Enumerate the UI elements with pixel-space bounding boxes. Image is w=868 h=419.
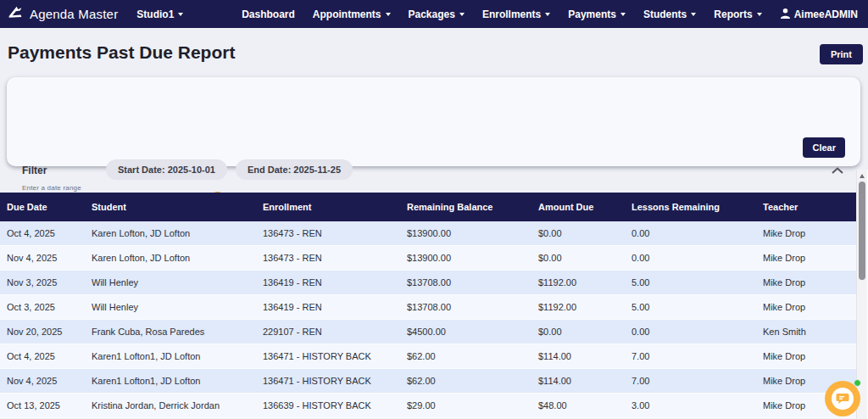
table-row: Oct 4, 2025 Karen1 Lofton1, JD Lofton 13…	[0, 344, 856, 369]
chevron-down-icon	[545, 13, 550, 16]
cell-amount-due: $114.00	[538, 376, 632, 386]
cell-lessons-remaining: 0.00	[632, 228, 763, 238]
nav-item-students[interactable]: Students	[643, 8, 696, 20]
studio-selector[interactable]: Studio1	[136, 8, 183, 20]
cell-enrollment: 136639 - HISTORY BACK	[263, 400, 407, 411]
cell-teacher: Mike Drop	[763, 228, 856, 238]
cell-amount-due: $114.00	[538, 351, 632, 361]
col-due-date: Due Date	[7, 202, 92, 212]
cell-enrollment: 229107 - REN	[263, 327, 407, 337]
cell-enrollment: 136473 - REN	[263, 228, 407, 238]
cell-remaining-balance: $29.00	[407, 400, 538, 411]
collapse-filter-button[interactable]	[832, 163, 845, 175]
nav-item-reports[interactable]: Reports	[714, 8, 761, 20]
end-date-chip: End Date: 2025-11-25	[236, 159, 353, 180]
cell-due-date: Nov 4, 2025	[7, 253, 92, 263]
cell-due-date: Oct 4, 2025	[7, 228, 92, 238]
cell-amount-due: $0.00	[538, 228, 632, 238]
cell-student: Will Henley	[92, 302, 263, 312]
top-navbar: Agenda Master Studio1 Dashboard Appointm…	[0, 0, 868, 28]
table-row: Nov 4, 2025 Karen1 Lofton1, JD Lofton 13…	[0, 369, 856, 394]
cell-lessons-remaining: 5.00	[632, 302, 763, 312]
scroll-up-arrow-icon[interactable]	[860, 174, 865, 178]
cell-teacher: Ken Smith	[763, 327, 856, 337]
col-student: Student	[92, 202, 263, 212]
nav-label: Enrollments	[482, 8, 541, 20]
cell-teacher: Mike Drop	[763, 302, 856, 312]
cell-student: Kristina Jordan, Derrick Jordan	[92, 400, 263, 411]
chevron-down-icon	[459, 13, 465, 16]
cell-amount-due: $48.00	[538, 400, 632, 411]
username: AimeeADMIN	[794, 8, 858, 20]
nav-item-enrollments[interactable]: Enrollments	[482, 8, 550, 20]
table-row: Oct 13, 2025 Kristina Jordan, Derrick Jo…	[0, 394, 856, 418]
col-remaining-balance: Remaining Balance	[407, 202, 538, 212]
agenda-master-logo-icon	[7, 5, 24, 24]
table-body: Oct 4, 2025 Karen Lofton, JD Lofton 1364…	[0, 221, 856, 418]
payments-past-due-table: Due Date Student Enrollment Remaining Ba…	[0, 193, 856, 418]
chevron-down-icon	[178, 13, 183, 16]
chevron-down-icon	[691, 13, 696, 16]
col-amount-due: Amount Due	[538, 202, 632, 212]
cell-enrollment: 136471 - HISTORY BACK	[263, 376, 407, 386]
cell-amount-due: $1192.00	[538, 302, 632, 312]
cell-teacher: Mike Drop	[763, 351, 856, 361]
table-row: Oct 3, 2025 Will Henley 136419 - REN $13…	[0, 295, 856, 320]
chat-widget-button[interactable]	[825, 381, 860, 416]
nav-label: Payments	[568, 8, 616, 20]
cell-student: Karen Lofton, JD Lofton	[92, 253, 263, 263]
cell-due-date: Nov 20, 2025	[7, 327, 92, 337]
nav-label: Reports	[714, 8, 752, 20]
cell-student: Karen Lofton, JD Lofton	[92, 228, 263, 238]
print-button[interactable]: Print	[820, 44, 863, 64]
brand-name: Agenda Master	[30, 7, 118, 21]
cell-remaining-balance: $13900.00	[407, 253, 538, 263]
cell-enrollment: 136471 - HISTORY BACK	[263, 351, 407, 361]
cell-remaining-balance: $62.00	[407, 376, 538, 386]
cell-due-date: Oct 3, 2025	[7, 302, 92, 312]
cell-student: Will Henley	[92, 277, 263, 288]
scrollbar-thumb[interactable]	[859, 182, 865, 280]
cell-lessons-remaining: 0.00	[632, 327, 763, 337]
nav-label: Packages	[409, 8, 455, 20]
cell-student: Frank Cuba, Rosa Paredes	[92, 327, 263, 337]
cell-due-date: Oct 4, 2025	[7, 351, 92, 361]
col-teacher: Teacher	[763, 202, 856, 212]
cell-amount-due: $0.00	[538, 253, 632, 263]
cell-due-date: Oct 13, 2025	[7, 400, 92, 411]
nav-label: Appointments	[313, 8, 381, 20]
filter-title: Filter	[22, 165, 47, 176]
cell-lessons-remaining: 7.00	[632, 376, 763, 386]
cell-enrollment: 136473 - REN	[263, 253, 407, 263]
nav-item-packages[interactable]: Packages	[409, 8, 465, 20]
filter-panel: Filter Start Date: 2025-10-01 End Date: …	[7, 77, 860, 166]
cell-remaining-balance: $62.00	[407, 351, 538, 361]
nav-item-appointments[interactable]: Appointments	[313, 8, 391, 20]
cell-student: Karen1 Lofton1, JD Lofton	[92, 351, 263, 361]
cell-remaining-balance: $4500.00	[407, 327, 538, 337]
user-menu[interactable]: AimeeADMIN	[780, 8, 858, 21]
nav-item-payments[interactable]: Payments	[568, 8, 626, 20]
cell-remaining-balance: $13708.00	[407, 302, 538, 312]
cell-due-date: Nov 4, 2025	[7, 376, 92, 386]
table-header: Due Date Student Enrollment Remaining Ba…	[0, 193, 856, 221]
cell-lessons-remaining: 0.00	[632, 253, 763, 263]
clear-button[interactable]: Clear	[803, 137, 845, 158]
cell-remaining-balance: $13708.00	[407, 277, 538, 288]
cell-enrollment: 136419 - REN	[263, 302, 407, 312]
cell-enrollment: 136419 - REN	[263, 277, 407, 288]
table-row: Oct 4, 2025 Karen Lofton, JD Lofton 1364…	[0, 221, 856, 246]
cell-amount-due: $1192.00	[538, 277, 632, 288]
cell-due-date: Nov 3, 2025	[7, 277, 92, 288]
table-row: Nov 20, 2025 Frank Cuba, Rosa Paredes 22…	[0, 320, 856, 344]
filter-chips: Start Date: 2025-10-01 End Date: 2025-11…	[106, 159, 353, 180]
cell-student: Karen1 Lofton1, JD Lofton	[92, 376, 263, 386]
nav-item-dashboard[interactable]: Dashboard	[242, 8, 295, 20]
online-status-dot	[854, 379, 861, 387]
cell-amount-due: $0.00	[538, 327, 632, 337]
cell-lessons-remaining: 7.00	[632, 351, 763, 361]
start-date-chip: Start Date: 2025-10-01	[106, 159, 227, 180]
page-title: Payments Past Due Report	[8, 42, 235, 63]
col-lessons-remaining: Lessons Remaining	[632, 202, 763, 212]
brand[interactable]: Agenda Master	[0, 5, 118, 24]
